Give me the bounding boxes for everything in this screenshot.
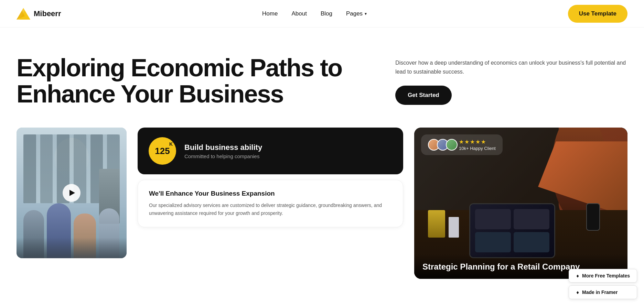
nav-links: Home About Blog Pages ▾ [262, 10, 367, 17]
expansion-card: We'll Enhance Your Business Expansion Ou… [138, 180, 403, 227]
build-text: Build business ability Committed to help… [184, 143, 262, 159]
logo[interactable]: Mibeerr [17, 8, 61, 20]
framer-icon-templates: ⬧ [576, 273, 579, 279]
left-image-column [17, 128, 127, 258]
right-image-column: ★ ★ ★ ★ ★ 10k+ Happy Client Strategic Pl… [414, 128, 627, 279]
book [428, 210, 445, 238]
avatar-group [428, 139, 455, 151]
stars-client-info: ★ ★ ★ ★ ★ 10k+ Happy Client [459, 139, 496, 151]
expansion-card-text: Our specialized advisory services are cu… [149, 201, 392, 217]
star-rating: ★ ★ ★ ★ ★ [459, 139, 496, 145]
star-5: ★ [481, 139, 486, 145]
nav-about[interactable]: About [291, 10, 307, 17]
star-4: ★ [475, 139, 480, 145]
phone [586, 203, 600, 231]
chevron-down-icon: ▾ [365, 11, 367, 16]
tablet-screen [470, 204, 554, 257]
tablet-card-2 [514, 209, 549, 229]
more-templates-button[interactable]: ⬧ More Free Templates [569, 269, 637, 279]
build-card-title: Build business ability [184, 143, 262, 152]
tablet-card-4 [514, 232, 549, 252]
nav-pages[interactable]: Pages ▾ [346, 10, 367, 17]
logo-icon [17, 8, 30, 20]
play-button[interactable] [63, 184, 80, 202]
build-card: 125K Build business ability Committed to… [138, 128, 403, 174]
expansion-card-title: We'll Enhance Your Business Expansion [149, 190, 392, 197]
center-cards: 125K Build business ability Committed to… [138, 128, 403, 227]
right-image: ★ ★ ★ ★ ★ 10k+ Happy Client Strategic Pl… [414, 128, 627, 279]
hero-title-area: Exploring Economic Paths to Enhance Your… [17, 55, 353, 107]
build-card-subtitle: Committed to helping companies [184, 153, 262, 159]
build-badge: 125K [149, 137, 176, 165]
play-icon [69, 190, 75, 196]
star-2: ★ [464, 139, 469, 145]
main-content: 125K Build business ability Committed to… [0, 107, 644, 279]
star-1: ★ [459, 139, 464, 145]
nav-blog[interactable]: Blog [321, 10, 332, 17]
get-started-button[interactable]: Get Started [395, 86, 452, 105]
client-count: 10k+ Happy Client [459, 146, 496, 151]
bottom-buttons: ⬧ More Free Templates ⬧ Made in Framer [569, 269, 637, 279]
hero-description: Discover how a deep understanding of eco… [395, 58, 627, 76]
tablet-device [469, 203, 555, 258]
bottle [449, 217, 459, 238]
tablet-card-3 [475, 232, 511, 252]
avatar-3 [446, 139, 458, 151]
logo-text: Mibeerr [34, 9, 61, 18]
navigation: Mibeerr Home About Blog Pages ▾ Use Temp… [0, 0, 644, 28]
hero-section: Exploring Economic Paths to Enhance Your… [0, 28, 644, 107]
hero-right: Discover how a deep understanding of eco… [395, 55, 627, 105]
tablet-card-1 [475, 209, 511, 229]
use-template-button[interactable]: Use Template [568, 5, 627, 23]
hero-title: Exploring Economic Paths to Enhance Your… [17, 55, 353, 107]
meeting-image [17, 128, 127, 258]
star-3: ★ [470, 139, 475, 145]
bottom-gradient [17, 238, 127, 258]
nav-home[interactable]: Home [262, 10, 278, 17]
rating-badge: ★ ★ ★ ★ ★ 10k+ Happy Client [421, 134, 503, 155]
